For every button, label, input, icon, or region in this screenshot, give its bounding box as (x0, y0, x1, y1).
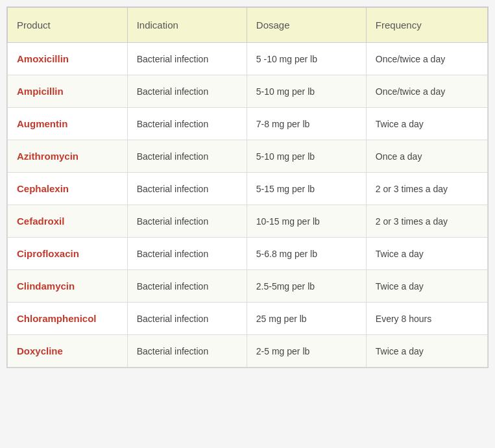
header-indication: Indication (127, 8, 247, 43)
product-name: Cephalexin (17, 183, 69, 194)
cell-dosage: 10-15 mg per lb (247, 205, 366, 238)
header-product: Product (8, 8, 128, 43)
cell-indication: Bacterial infection (127, 173, 247, 205)
cell-product: Amoxicillin (8, 43, 128, 75)
table-row: AugmentinBacterial infection7-8 mg per l… (8, 108, 488, 140)
product-name: Amoxicillin (17, 53, 69, 64)
cell-dosage: 7-8 mg per lb (247, 108, 366, 140)
table-row: CefadroxilBacterial infection10-15 mg pe… (8, 205, 488, 238)
cell-product: Clindamycin (8, 270, 128, 303)
cell-indication: Bacterial infection (127, 205, 247, 238)
cell-frequency: Every 8 hours (366, 303, 487, 335)
cell-frequency: Once a day (366, 140, 487, 173)
product-name: Augmentin (17, 118, 67, 129)
medication-table: Product Indication Dosage Frequency Amox… (6, 6, 489, 368)
cell-product: Chloramphenicol (8, 303, 128, 335)
cell-dosage: 5-6.8 mg per lb (247, 238, 366, 270)
cell-product: Doxycline (8, 335, 128, 367)
product-name: Chloramphenicol (17, 313, 97, 324)
table-row: AmpicillinBacterial infection5-10 mg per… (8, 75, 488, 108)
cell-product: Cefadroxil (8, 205, 128, 238)
cell-dosage: 2.5-5mg per lb (247, 270, 366, 303)
product-name: Doxycline (17, 345, 63, 356)
cell-dosage: 5-10 mg per lb (247, 140, 366, 173)
table-row: DoxyclineBacterial infection2-5 mg per l… (8, 335, 488, 367)
table-row: ClindamycinBacterial infection2.5-5mg pe… (8, 270, 488, 303)
product-name: Cefadroxil (17, 216, 64, 227)
table-row: AmoxicillinBacterial infection5 -10 mg p… (8, 43, 488, 75)
cell-product: Cephalexin (8, 173, 128, 205)
cell-indication: Bacterial infection (127, 108, 247, 140)
header-frequency: Frequency (366, 8, 487, 43)
header-dosage: Dosage (247, 8, 366, 43)
product-name: Clindamycin (17, 280, 75, 292)
product-name: Azithromycin (17, 151, 78, 162)
product-name: Ciprofloxacin (17, 248, 79, 259)
cell-frequency: Once/twice a day (366, 75, 487, 108)
cell-frequency: Twice a day (366, 270, 487, 303)
cell-dosage: 5-10 mg per lb (247, 75, 366, 108)
cell-indication: Bacterial infection (127, 303, 247, 335)
cell-frequency: Twice a day (366, 108, 487, 140)
cell-dosage: 5 -10 mg per lb (247, 43, 366, 75)
table-row: AzithromycinBacterial infection5-10 mg p… (8, 140, 488, 173)
cell-dosage: 2-5 mg per lb (247, 335, 366, 367)
cell-product: Augmentin (8, 108, 128, 140)
cell-indication: Bacterial infection (127, 335, 247, 367)
cell-frequency: 2 or 3 times a day (366, 205, 487, 238)
table-header-row: Product Indication Dosage Frequency (8, 8, 488, 43)
table-row: ChloramphenicolBacterial infection25 mg … (8, 303, 488, 335)
cell-product: Ampicillin (8, 75, 128, 108)
cell-product: Azithromycin (8, 140, 128, 173)
cell-indication: Bacterial infection (127, 43, 247, 75)
cell-frequency: Twice a day (366, 335, 487, 367)
cell-indication: Bacterial infection (127, 140, 247, 173)
cell-frequency: 2 or 3 times a day (366, 173, 487, 205)
cell-indication: Bacterial infection (127, 270, 247, 303)
cell-indication: Bacterial infection (127, 238, 247, 270)
product-name: Ampicillin (17, 86, 64, 97)
cell-product: Ciprofloxacin (8, 238, 128, 270)
table-row: CephalexinBacterial infection5-15 mg per… (8, 173, 488, 205)
cell-dosage: 5-15 mg per lb (247, 173, 366, 205)
cell-dosage: 25 mg per lb (247, 303, 366, 335)
cell-indication: Bacterial infection (127, 75, 247, 108)
cell-frequency: Twice a day (366, 238, 487, 270)
cell-frequency: Once/twice a day (366, 43, 487, 75)
table-row: CiprofloxacinBacterial infection5-6.8 mg… (8, 238, 488, 270)
